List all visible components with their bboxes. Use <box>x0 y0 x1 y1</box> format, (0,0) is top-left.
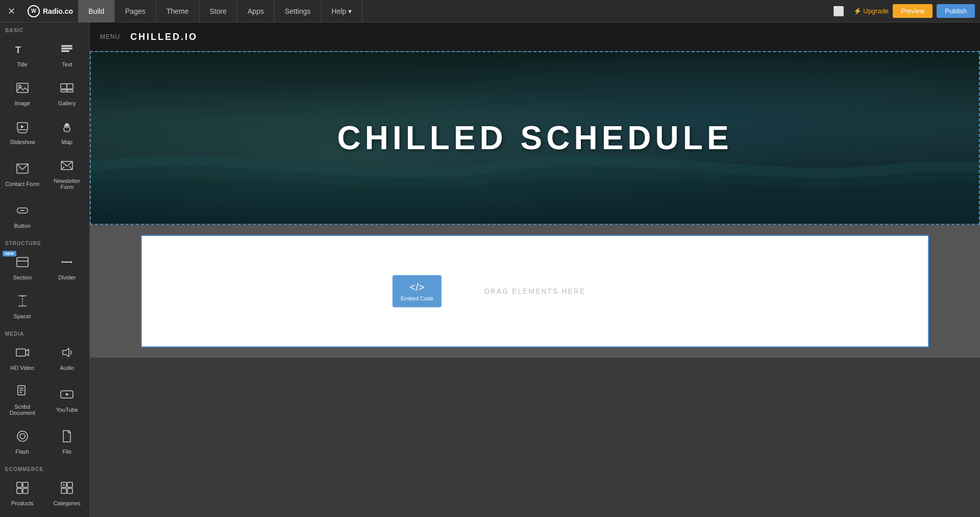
embed-code-widget[interactable]: </> Embed Code <box>393 275 442 308</box>
svg-point-35 <box>17 431 28 441</box>
svg-rect-27 <box>16 349 26 356</box>
sidebar-item-text[interactable]: Text <box>45 35 90 74</box>
sidebar-item-scribd[interactable]: Scribd Document <box>0 378 45 422</box>
tab-pages[interactable]: Pages <box>115 0 156 22</box>
svg-point-36 <box>20 434 25 439</box>
gallery-icon <box>60 81 74 98</box>
sidebar-item-categories-label: Categories <box>54 500 81 506</box>
sidebar-item-spacer-label: Spacer <box>13 313 31 319</box>
sidebar-item-audio-label: Audio <box>60 365 74 371</box>
svg-rect-6 <box>61 84 67 89</box>
publish-button[interactable]: Publish <box>937 4 975 18</box>
tab-settings[interactable]: Settings <box>275 0 322 22</box>
spacer-icon <box>15 294 30 311</box>
sidebar-section-basic: Basic <box>0 22 89 35</box>
sidebar-item-button[interactable]: Button <box>0 197 45 236</box>
sidebar-item-section[interactable]: NEW Section <box>0 248 45 287</box>
svg-line-16 <box>69 167 72 170</box>
sidebar-item-categories[interactable]: Categories <box>45 474 90 513</box>
tab-theme[interactable]: Theme <box>156 0 200 22</box>
sidebar-item-products[interactable]: Products <box>0 474 45 513</box>
svg-rect-42 <box>67 482 72 487</box>
tab-help[interactable]: Help ▾ <box>322 0 363 22</box>
sidebar-item-slideshow[interactable]: Slideshow <box>0 113 45 152</box>
sidebar-item-hd-video[interactable]: HD Video <box>0 339 45 378</box>
top-navigation: ✕ W Radio.co Build Pages Theme Store App… <box>0 0 980 22</box>
sidebar-item-button-label: Button <box>14 223 31 229</box>
sidebar-item-contact-form[interactable]: Contact Form <box>0 152 45 197</box>
close-button[interactable]: ✕ <box>0 0 22 22</box>
sidebar-item-audio[interactable]: Audio <box>45 339 90 378</box>
sidebar-ecommerce-grid: Products Categories <box>0 474 89 513</box>
logo: W Radio.co <box>22 5 78 17</box>
sidebar-item-contact-form-label: Contact Form <box>5 181 39 187</box>
hero-section[interactable]: CHILLED SCHEDULE <box>90 51 980 225</box>
tab-build[interactable]: Build <box>78 0 115 22</box>
site-header: MENU CHILLED.IO <box>90 22 980 51</box>
sidebar-item-file[interactable]: File <box>45 422 90 461</box>
tab-store[interactable]: Store <box>200 0 237 22</box>
upgrade-button[interactable]: ⚡ Upgrade <box>853 7 889 15</box>
products-icon <box>15 481 30 498</box>
button-icon <box>15 203 30 221</box>
sidebar: Basic T Title Text <box>0 22 90 517</box>
site-header-title: CHILLED.IO <box>130 32 198 42</box>
drop-zone-label: DRAG ELEMENTS HERE <box>484 287 586 295</box>
newsletter-icon <box>60 158 74 176</box>
sidebar-item-newsletter-label: Newsletter Form <box>48 178 86 190</box>
title-icon: T <box>15 42 30 59</box>
audio-icon <box>60 345 74 363</box>
sidebar-item-flash[interactable]: Flash <box>0 422 45 461</box>
logo-icon: W <box>28 5 40 17</box>
svg-rect-19 <box>17 257 28 267</box>
new-badge: NEW <box>3 251 16 256</box>
sidebar-item-title[interactable]: T Title <box>0 35 45 74</box>
sidebar-item-spacer[interactable]: Spacer <box>0 287 45 326</box>
sidebar-item-divider[interactable]: Divider <box>45 248 90 287</box>
sidebar-item-divider-label: Divider <box>58 274 76 280</box>
sidebar-item-image[interactable]: Image <box>0 74 45 113</box>
flash-icon <box>15 429 30 447</box>
svg-rect-43 <box>61 488 66 494</box>
slideshow-icon <box>15 120 30 137</box>
sidebar-item-title-label: Title <box>17 61 28 67</box>
sidebar-item-gallery[interactable]: Gallery <box>45 74 90 113</box>
drop-zone[interactable]: </> Embed Code DRAG ELEMENTS HERE <box>141 235 929 347</box>
nav-actions: ⬜ ⚡ Upgrade Preview Publish <box>828 4 980 18</box>
sidebar-basic-grid: T Title Text <box>0 35 89 236</box>
svg-point-12 <box>66 125 68 127</box>
svg-rect-1 <box>62 45 72 46</box>
contact-form-icon <box>15 161 30 179</box>
preview-button[interactable]: Preview <box>893 4 933 18</box>
svg-rect-38 <box>23 482 28 487</box>
sidebar-item-flash-label: Flash <box>15 449 29 455</box>
sidebar-item-file-label: File <box>62 449 71 455</box>
svg-rect-9 <box>67 90 73 92</box>
hero-title: CHILLED SCHEDULE <box>180 119 890 157</box>
tab-apps[interactable]: Apps <box>237 0 275 22</box>
svg-rect-37 <box>17 482 22 487</box>
sidebar-item-hd-video-label: HD Video <box>10 365 34 371</box>
sidebar-section-media: Media <box>0 326 89 339</box>
svg-rect-2 <box>62 48 72 49</box>
hero-text-block: CHILLED SCHEDULE <box>180 119 890 157</box>
svg-rect-4 <box>17 83 28 92</box>
device-toggle[interactable]: ⬜ <box>828 6 849 17</box>
sidebar-section-ecommerce: Ecommerce <box>0 461 89 474</box>
sidebar-item-newsletter[interactable]: Newsletter Form <box>45 152 90 197</box>
svg-marker-34 <box>66 393 69 396</box>
text-icon <box>60 42 74 59</box>
svg-rect-8 <box>61 90 67 92</box>
svg-text:T: T <box>15 45 21 55</box>
embed-code-label: Embed Code <box>401 295 433 301</box>
svg-rect-40 <box>23 488 28 494</box>
sidebar-structure-grid: NEW Section Divider <box>0 248 89 326</box>
sidebar-item-gallery-label: Gallery <box>58 100 76 106</box>
svg-rect-44 <box>67 488 72 494</box>
sidebar-item-map[interactable]: Map <box>45 113 90 152</box>
embed-code-icon: </> <box>410 281 425 293</box>
section-icon <box>15 255 30 272</box>
sidebar-item-youtube[interactable]: YouTube <box>45 378 90 422</box>
sidebar-item-text-label: Text <box>62 61 72 67</box>
svg-line-15 <box>61 167 64 170</box>
